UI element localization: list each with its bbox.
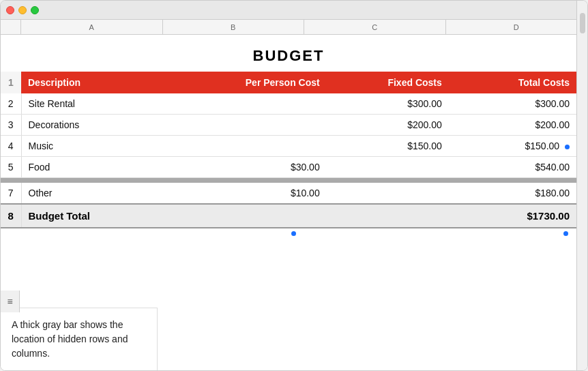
row-number-header: [1, 20, 21, 34]
row-num-3: 3: [1, 115, 21, 136]
left-sidebar-icon-area[interactable]: ≡: [1, 291, 20, 312]
col-header-d[interactable]: D: [446, 20, 588, 34]
blue-dot-indicator: [565, 145, 570, 149]
total-row-num: 8: [1, 204, 21, 228]
maximize-button[interactable]: [31, 6, 39, 14]
col-header-b[interactable]: B: [163, 20, 305, 34]
header-fixed-costs: Fixed Costs: [327, 72, 449, 93]
spreadsheet-title: BUDGET: [1, 35, 576, 72]
total-amount: $1730.00: [449, 204, 576, 228]
header-total-costs: Total Costs: [449, 72, 576, 93]
minimize-button[interactable]: [18, 6, 27, 14]
cell-description-5[interactable]: Food: [21, 157, 205, 178]
cell-fixed-4[interactable]: $150.00: [327, 136, 449, 157]
header-row-num: 1: [1, 72, 21, 93]
table-row[interactable]: 3 Decorations $200.00 $200.00: [1, 115, 576, 136]
table-row[interactable]: 7 Other $10.00 $180.00: [1, 183, 576, 204]
cell-description-4[interactable]: Music: [21, 136, 205, 157]
cell-total-4[interactable]: $150.00: [449, 136, 576, 157]
annotation-area: A thick gray bar shows the location of h…: [1, 308, 158, 370]
table-header-row: 1 Description Per Person Cost Fixed Cost…: [1, 72, 576, 93]
table-row[interactable]: 2 Site Rental $300.00 $300.00: [1, 93, 576, 115]
hidden-rows-bar: [1, 178, 576, 183]
total-per-person: [205, 204, 327, 228]
col-header-c[interactable]: C: [304, 20, 446, 34]
close-button[interactable]: [6, 6, 14, 14]
bottom-blue-dot-left: [291, 231, 296, 236]
app-window: A B C D BUDGET: [0, 0, 588, 371]
budget-total-row: 8 Budget Total $1730.00: [1, 204, 576, 228]
cell-total-3[interactable]: $200.00: [449, 115, 576, 136]
annotation-text: A thick gray bar shows the location of h…: [12, 318, 146, 361]
cell-per-person-7[interactable]: $10.00: [205, 183, 327, 204]
cell-fixed-3[interactable]: $200.00: [327, 115, 449, 136]
budget-table: 1 Description Per Person Cost Fixed Cost…: [1, 72, 576, 239]
cell-per-person-5[interactable]: $30.00: [205, 157, 327, 178]
cell-description-3[interactable]: Decorations: [21, 115, 205, 136]
cell-description-2[interactable]: Site Rental: [21, 93, 205, 115]
cell-per-person-2[interactable]: [205, 93, 327, 115]
total-fixed: [327, 204, 449, 228]
cell-total-5[interactable]: $540.00: [449, 157, 576, 178]
row-num-7: 7: [1, 183, 21, 204]
cell-fixed-5[interactable]: [327, 157, 449, 178]
table-row[interactable]: 5 Food $30.00 $540.00: [1, 157, 576, 178]
header-per-person-cost: Per Person Cost: [205, 72, 327, 93]
right-sidebar: [576, 35, 587, 370]
row-num-4: 4: [1, 136, 21, 157]
table-row[interactable]: 4 Music $150.00 $150.00: [1, 136, 576, 157]
bottom-blue-dot-right: [563, 231, 568, 236]
row-num-5: 5: [1, 157, 21, 178]
cell-fixed-7[interactable]: [327, 183, 449, 204]
header-description: Description: [21, 72, 205, 93]
title-bar: [1, 1, 587, 20]
blue-dots-row: [1, 228, 576, 239]
hidden-rows-bar-row: [1, 178, 576, 183]
cell-total-2[interactable]: $300.00: [449, 93, 576, 115]
cell-fixed-2[interactable]: $300.00: [327, 93, 449, 115]
traffic-lights: [6, 6, 39, 14]
sidebar-menu-icon: ≡: [7, 296, 12, 307]
col-header-a[interactable]: A: [21, 20, 163, 34]
cell-total-7[interactable]: $180.00: [449, 183, 576, 204]
cell-per-person-4[interactable]: [205, 136, 327, 157]
cell-description-7[interactable]: Other: [21, 183, 205, 204]
total-label: Budget Total: [21, 204, 205, 228]
row-num-2: 2: [1, 93, 21, 115]
column-headers: A B C D: [1, 20, 587, 35]
cell-per-person-3[interactable]: [205, 115, 327, 136]
